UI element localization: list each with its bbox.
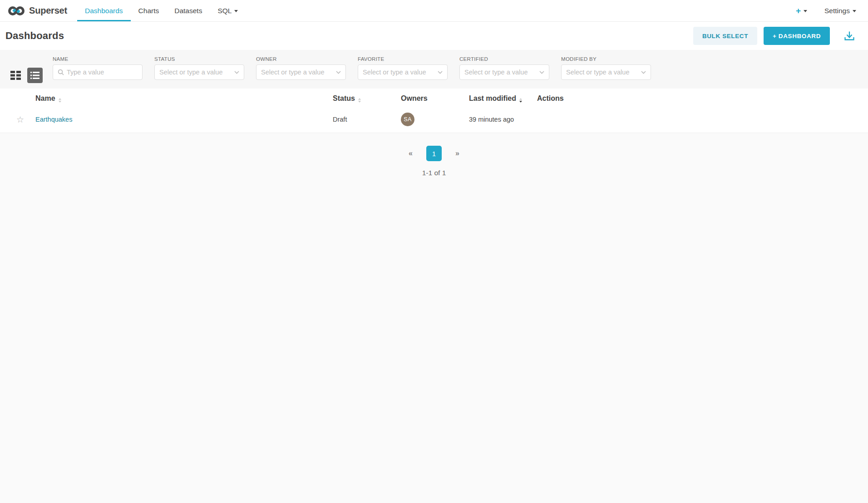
filter-label: MODIFIED BY bbox=[561, 56, 651, 62]
filter-name: NAME bbox=[53, 56, 143, 80]
chevron-down-icon bbox=[234, 71, 239, 74]
nav-tab-datasets[interactable]: Datasets bbox=[167, 0, 210, 21]
favorite-column-header bbox=[0, 89, 32, 107]
brand-name: Superset bbox=[29, 5, 67, 16]
new-dashboard-button[interactable]: + DASHBOARD bbox=[764, 27, 830, 45]
chevron-down-icon bbox=[641, 71, 646, 74]
pagination-summary: 1-1 of 1 bbox=[422, 169, 446, 177]
filter-label: FAVORITE bbox=[358, 56, 448, 62]
pagination-prev-button[interactable]: « bbox=[406, 148, 415, 159]
pagination: « 1 » bbox=[406, 146, 462, 161]
filter-label: CERTIFIED bbox=[459, 56, 549, 62]
search-icon bbox=[58, 69, 64, 75]
column-header-owners: Owners bbox=[397, 89, 465, 107]
sort-icon bbox=[358, 98, 361, 103]
pagination-page-1[interactable]: 1 bbox=[426, 146, 442, 161]
superset-logo-icon bbox=[7, 5, 25, 17]
list-view-icon bbox=[30, 71, 39, 79]
plus-icon: + bbox=[796, 6, 801, 15]
sort-icon bbox=[59, 98, 61, 103]
list-view-toggle[interactable] bbox=[27, 68, 43, 83]
favorite-select[interactable]: Select or type a value bbox=[358, 64, 448, 80]
chevron-down-icon bbox=[234, 10, 238, 12]
dashboard-link[interactable]: Earthquakes bbox=[35, 116, 72, 123]
owner-select[interactable]: Select or type a value bbox=[256, 64, 346, 80]
filter-modified-by: MODIFIED BY Select or type a value bbox=[561, 56, 651, 80]
filter-owner: OWNER Select or type a value bbox=[256, 56, 346, 80]
chevron-down-icon bbox=[853, 10, 856, 12]
owner-avatar[interactable]: SA bbox=[401, 113, 414, 126]
last-modified-value: 39 minutes ago bbox=[469, 116, 514, 123]
column-header-name[interactable]: Name bbox=[32, 89, 329, 107]
certified-select[interactable]: Select or type a value bbox=[459, 64, 549, 80]
nav-tab-charts[interactable]: Charts bbox=[131, 0, 167, 21]
chevron-down-icon bbox=[336, 71, 341, 74]
filter-label: NAME bbox=[53, 56, 143, 62]
nav-tab-dashboards[interactable]: Dashboards bbox=[77, 0, 131, 21]
filter-label: STATUS bbox=[154, 56, 244, 62]
grid-view-icon bbox=[10, 71, 21, 80]
filter-bar: NAME STATUS Select or type a value OWNER bbox=[0, 50, 868, 89]
status-value: Draft bbox=[333, 116, 347, 123]
pagination-next-button[interactable]: » bbox=[453, 148, 462, 159]
top-navbar: Superset Dashboards Charts Datasets SQL … bbox=[0, 0, 868, 22]
settings-menu[interactable]: Settings bbox=[824, 7, 856, 15]
favorite-star-icon[interactable]: ☆ bbox=[16, 115, 24, 124]
dashboards-table: Name Status Owners Last modified Actions bbox=[0, 89, 868, 133]
nav-tab-sql[interactable]: SQL bbox=[210, 0, 246, 21]
column-header-last-modified[interactable]: Last modified bbox=[465, 89, 533, 107]
main-nav: Dashboards Charts Datasets SQL bbox=[77, 0, 246, 21]
download-icon bbox=[843, 30, 855, 41]
new-item-plus-menu[interactable]: + bbox=[796, 6, 807, 15]
sort-desc-icon bbox=[519, 98, 522, 103]
card-view-toggle[interactable] bbox=[8, 68, 24, 83]
table-header-row: Name Status Owners Last modified Actions bbox=[0, 89, 868, 107]
filter-status: STATUS Select or type a value bbox=[154, 56, 244, 80]
superset-logo[interactable]: Superset bbox=[7, 0, 67, 21]
name-search-input-wrap bbox=[53, 64, 143, 80]
filter-certified: CERTIFIED Select or type a value bbox=[459, 56, 549, 80]
chevron-down-icon bbox=[438, 71, 443, 74]
status-select[interactable]: Select or type a value bbox=[154, 64, 244, 80]
filter-favorite: FAVORITE Select or type a value bbox=[358, 56, 448, 80]
filter-label: OWNER bbox=[256, 56, 346, 62]
page-header: Dashboards BULK SELECT + DASHBOARD bbox=[0, 22, 868, 50]
table-row: ☆ Earthquakes Draft SA 39 minutes ago bbox=[0, 107, 868, 133]
name-search-input[interactable] bbox=[67, 69, 138, 76]
modified-by-select[interactable]: Select or type a value bbox=[561, 64, 651, 80]
bulk-select-button[interactable]: BULK SELECT bbox=[693, 27, 757, 45]
content-footer: « 1 » 1-1 of 1 bbox=[0, 133, 868, 503]
chevron-down-icon bbox=[804, 10, 807, 12]
chevron-down-icon bbox=[539, 71, 544, 74]
column-header-status[interactable]: Status bbox=[329, 89, 397, 107]
column-header-actions: Actions bbox=[533, 89, 868, 107]
page-title: Dashboards bbox=[5, 30, 64, 42]
import-dashboards-button[interactable] bbox=[843, 30, 855, 41]
